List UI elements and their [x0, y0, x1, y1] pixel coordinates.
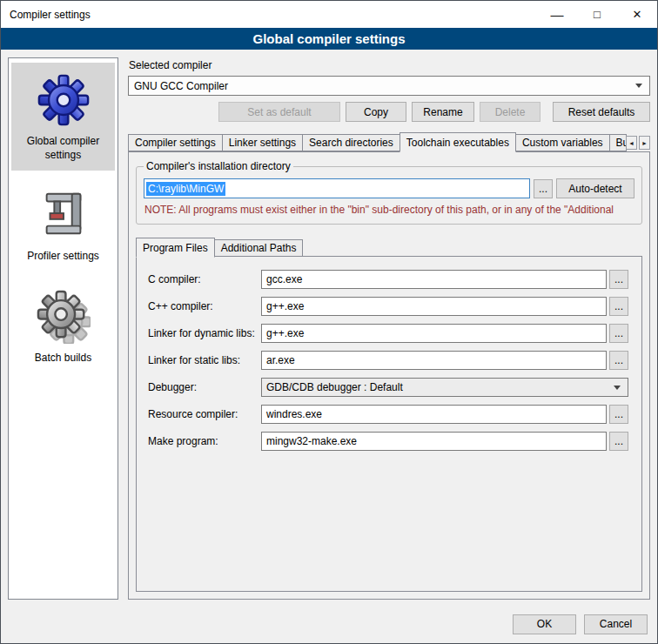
sidebar-item-label: Profiler settings — [27, 250, 99, 264]
note-text: NOTE: All programs must exist either in … — [144, 204, 634, 216]
settings-tabstrip: Compiler settings Linker settings Search… — [128, 132, 650, 151]
tab-compiler-settings[interactable]: Compiler settings — [128, 134, 223, 151]
selected-compiler-value: GNU GCC Compiler — [134, 80, 228, 92]
field-row-make-program: Make program: mingw32-make.exe ... — [148, 432, 628, 451]
field-row-static-linker: Linker for static libs: ar.exe ... — [148, 351, 628, 370]
field-row-dynamic-linker: Linker for dynamic libs: g++.exe ... — [148, 324, 628, 343]
page-title: Global compiler settings — [1, 28, 657, 50]
resource-compiler-value: windres.exe — [266, 408, 322, 420]
make-program-label: Make program: — [148, 435, 261, 447]
cpp-compiler-label: C++ compiler: — [148, 300, 261, 312]
ok-button[interactable]: OK — [513, 614, 576, 634]
sidebar-item-label: Global compiler settings — [13, 135, 113, 162]
rename-button[interactable]: Rename — [412, 102, 474, 122]
field-row-debugger: Debugger: GDB/CDB debugger : Default — [148, 378, 628, 397]
gear-stack-icon — [37, 290, 91, 344]
tab-custom-variables[interactable]: Custom variables — [515, 134, 610, 151]
clamp-icon — [37, 188, 91, 242]
make-program-input[interactable]: mingw32-make.exe — [261, 432, 607, 451]
sidebar-item-batch-builds[interactable]: Batch builds — [11, 279, 115, 374]
debugger-label: Debugger: — [148, 381, 261, 393]
toolchain-executables-panel: Compiler's installation directory C:\ray… — [128, 151, 650, 600]
cpp-compiler-input[interactable]: g++.exe — [261, 297, 607, 316]
window-title: Compiler settings — [1, 1, 537, 28]
titlebar: Compiler settings — □ ✕ — [1, 1, 657, 28]
tab-scroll-left-icon[interactable]: ◄ — [626, 136, 637, 150]
program-files-tabstrip: Program Files Additional Paths — [136, 238, 642, 257]
selected-compiler-dropdown[interactable]: GNU GCC Compiler — [128, 76, 650, 96]
compiler-buttons-row: Set as default Copy Rename Delete Reset … — [128, 102, 650, 122]
installation-directory-group: Compiler's installation directory C:\ray… — [136, 166, 642, 225]
main-panel: Selected compiler GNU GCC Compiler Set a… — [128, 57, 650, 600]
set-as-default-button: Set as default — [218, 102, 340, 122]
minimize-icon[interactable]: — — [537, 1, 577, 28]
window-controls: — □ ✕ — [537, 1, 657, 28]
maximize-icon[interactable]: □ — [577, 1, 617, 28]
static-linker-label: Linker for static libs: — [148, 354, 261, 366]
compiler-settings-dialog: Compiler settings — □ ✕ Global compiler … — [0, 0, 658, 644]
debugger-select[interactable]: GDB/CDB debugger : Default — [261, 378, 628, 397]
reset-defaults-button[interactable]: Reset defaults — [553, 102, 650, 122]
chevron-down-icon — [614, 386, 621, 390]
tab-search-directories[interactable]: Search directories — [302, 134, 400, 151]
auto-detect-button[interactable]: Auto-detect — [556, 178, 634, 198]
copy-button[interactable]: Copy — [346, 102, 406, 122]
static-linker-input[interactable]: ar.exe — [261, 351, 607, 370]
installation-directory-group-title: Compiler's installation directory — [144, 160, 293, 172]
c-compiler-label: C compiler: — [148, 273, 261, 285]
browse-dynamic-linker-button[interactable]: ... — [609, 324, 628, 343]
sidebar: Global compiler settings Profiler se — [8, 57, 118, 600]
tab-toolchain-executables[interactable]: Toolchain executables — [400, 132, 516, 152]
field-row-resource-compiler: Resource compiler: windres.exe ... — [148, 405, 628, 424]
browse-directory-button[interactable]: ... — [534, 179, 553, 198]
sidebar-item-global-compiler-settings[interactable]: Global compiler settings — [11, 63, 115, 171]
subtab-program-files[interactable]: Program Files — [136, 238, 215, 258]
resource-compiler-label: Resource compiler: — [148, 408, 261, 420]
tab-scroll-right-icon[interactable]: ► — [639, 136, 650, 150]
browse-cpp-compiler-button[interactable]: ... — [609, 297, 628, 316]
browse-resource-compiler-button[interactable]: ... — [609, 405, 628, 424]
c-compiler-input[interactable]: gcc.exe — [261, 270, 607, 289]
dynamic-linker-label: Linker for dynamic libs: — [148, 327, 261, 339]
field-row-cpp-compiler: C++ compiler: g++.exe ... — [148, 297, 628, 316]
field-row-c-compiler: C compiler: gcc.exe ... — [148, 270, 628, 289]
static-linker-value: ar.exe — [266, 354, 295, 366]
cpp-compiler-value: g++.exe — [266, 300, 304, 312]
close-icon[interactable]: ✕ — [617, 1, 657, 28]
dialog-footer: OK Cancel — [1, 605, 657, 643]
debugger-value: GDB/CDB debugger : Default — [266, 381, 403, 393]
program-files-panel: C compiler: gcc.exe ... C++ compiler: g+… — [136, 256, 642, 592]
installation-directory-input[interactable]: C:\raylib\MinGW — [144, 178, 530, 198]
browse-static-linker-button[interactable]: ... — [609, 351, 628, 370]
dynamic-linker-input[interactable]: g++.exe — [261, 324, 607, 343]
tab-build[interactable]: Build — [609, 134, 627, 151]
subtab-additional-paths[interactable]: Additional Paths — [214, 239, 304, 257]
selected-compiler-label: Selected compiler — [129, 59, 650, 71]
delete-button: Delete — [480, 102, 540, 122]
make-program-value: mingw32-make.exe — [266, 435, 357, 447]
blue-gear-icon — [37, 73, 91, 127]
cancel-button[interactable]: Cancel — [584, 614, 648, 634]
sidebar-item-label: Batch builds — [35, 352, 91, 366]
tab-scroll-buttons: ◄ ► — [626, 136, 650, 151]
browse-c-compiler-button[interactable]: ... — [609, 270, 628, 289]
c-compiler-value: gcc.exe — [266, 273, 302, 285]
sidebar-item-profiler-settings[interactable]: Profiler settings — [11, 178, 115, 272]
dynamic-linker-value: g++.exe — [266, 327, 304, 339]
chevron-down-icon — [635, 84, 642, 88]
dialog-content: Global compiler settings Profiler se — [1, 50, 657, 605]
resource-compiler-input[interactable]: windres.exe — [261, 405, 607, 424]
browse-make-program-button[interactable]: ... — [609, 432, 628, 451]
installation-directory-row: C:\raylib\MinGW ... Auto-detect — [144, 178, 634, 198]
installation-directory-value: C:\raylib\MinGW — [146, 182, 225, 196]
tab-linker-settings[interactable]: Linker settings — [222, 134, 303, 151]
